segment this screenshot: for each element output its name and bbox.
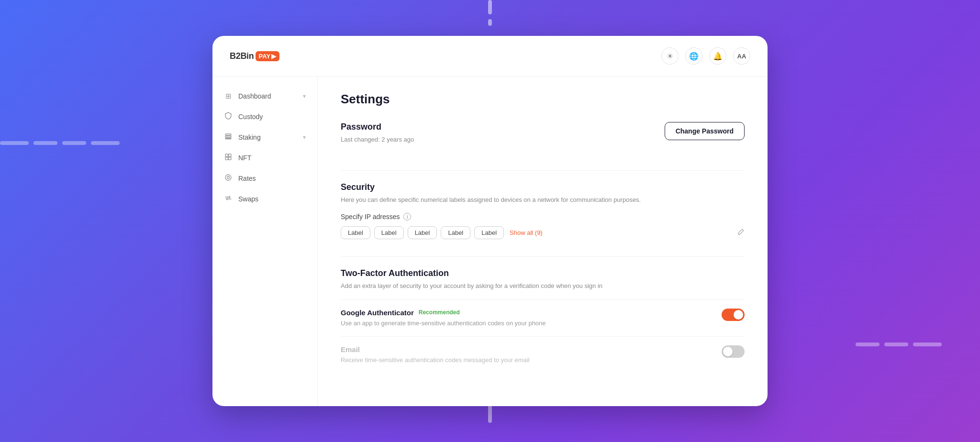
security-description: Here you can define specific numerical l… (341, 195, 745, 205)
sidebar-item-custody[interactable]: Custody (212, 106, 317, 127)
twofa-recommended-badge: Recommended (419, 309, 460, 316)
deco-dash-1 (0, 141, 29, 145)
deco-dash-4 (91, 141, 120, 145)
deco-dash-3 (62, 141, 86, 145)
show-all-link[interactable]: Show all (9) (510, 229, 543, 236)
divider-1 (341, 170, 745, 171)
twofa-google-item: Google Authenticator Recommended Use an … (341, 299, 745, 337)
card-header: B2Bin PAY ▶ ☀ 🌐 🔔 AA (212, 36, 768, 77)
avatar-initials: AA (737, 53, 746, 60)
svg-point-7 (225, 175, 231, 180)
twofa-email-row: Email Receive time-sensitive authenticat… (341, 345, 745, 365)
theme-toggle-button[interactable]: ☀ (661, 47, 679, 65)
sidebar-item-nft-left: NFT (224, 153, 251, 162)
sidebar-item-swaps-left: Swaps (224, 194, 258, 203)
svg-rect-5 (225, 157, 228, 160)
svg-point-8 (227, 177, 230, 179)
dashboard-chevron-icon: ▾ (303, 93, 306, 99)
deco-line-bottom (488, 404, 492, 423)
deco-line-top2 (488, 19, 492, 26)
twofa-email-item: Email Receive time-sensitive authenticat… (341, 336, 745, 374)
twofa-google-info: Google Authenticator Recommended Use an … (341, 309, 546, 328)
svg-rect-1 (225, 136, 231, 138)
avatar-button[interactable]: AA (733, 47, 750, 65)
logo-pay-badge: PAY ▶ (256, 51, 280, 61)
password-title: Password (341, 122, 414, 132)
security-title: Security (341, 182, 745, 192)
sidebar-item-dashboard[interactable]: ⊞ Dashboard ▾ (212, 86, 317, 106)
twofa-email-toggle[interactable] (722, 345, 745, 358)
twofa-email-info: Email Receive time-sensitive authenticat… (341, 345, 530, 365)
sidebar-item-rates-left: Rates (224, 174, 256, 183)
password-info: Password Last changed: 2 years ago (341, 122, 414, 153)
sidebar-item-nft[interactable]: NFT (212, 147, 317, 168)
main-card: B2Bin PAY ▶ ☀ 🌐 🔔 AA (212, 36, 768, 406)
ip-label-row: Specify IP adresses i (341, 213, 745, 221)
edit-ip-button[interactable] (737, 228, 745, 238)
sidebar-item-dashboard-left: ⊞ Dashboard (224, 92, 271, 100)
twofa-email-name: Email (341, 345, 360, 354)
twofa-google-row: Google Authenticator Recommended Use an … (341, 309, 745, 328)
custody-icon (224, 112, 233, 121)
ip-tags-row: Label Label Label Label Label Show all (… (341, 226, 745, 239)
rates-icon (224, 174, 233, 183)
logo-pay-arrow: ▶ (271, 53, 276, 60)
change-password-button[interactable]: Change Password (665, 122, 745, 140)
sidebar-staking-label: Staking (238, 133, 261, 141)
sidebar: ⊞ Dashboard ▾ Custody (212, 77, 318, 406)
staking-icon (224, 133, 233, 142)
sidebar-item-staking-left: Staking (224, 133, 261, 142)
logo-pay-text: PAY (259, 53, 271, 60)
header-icons: ☀ 🌐 🔔 AA (661, 47, 750, 65)
twofa-google-desc: Use an app to generate time-sensitive au… (341, 319, 546, 328)
twofa-google-toggle-wrapper (722, 309, 745, 321)
deco-dash-5 (913, 343, 942, 346)
svg-rect-0 (225, 134, 231, 135)
twofa-google-name: Google Authenticator (341, 309, 414, 317)
logo-text: B2Bin (230, 51, 254, 61)
sidebar-item-staking[interactable]: Staking ▾ (212, 127, 317, 147)
twofa-title: Two-Factor Authentication (341, 268, 745, 278)
sidebar-dashboard-label: Dashboard (238, 92, 271, 100)
svg-rect-4 (229, 154, 232, 157)
twofa-email-title-row: Email (341, 345, 530, 354)
ip-tag-2: Label (374, 226, 404, 239)
password-section: Password Last changed: 2 years ago Chang… (341, 122, 745, 153)
twofa-google-title-row: Google Authenticator Recommended (341, 309, 546, 317)
sidebar-item-custody-left: Custody (224, 112, 263, 121)
sidebar-nft-label: NFT (238, 154, 251, 162)
ip-tag-4: Label (441, 226, 470, 239)
staking-chevron-icon: ▾ (303, 134, 306, 141)
deco-dash-2 (33, 141, 57, 145)
main-content: Settings Password Last changed: 2 years … (318, 77, 768, 406)
notifications-button[interactable]: 🔔 (709, 47, 726, 65)
password-last-changed: Last changed: 2 years ago (341, 135, 414, 144)
sidebar-rates-label: Rates (238, 175, 256, 182)
security-section: Security Here you can define specific nu… (341, 182, 745, 240)
swaps-icon (224, 194, 233, 203)
language-button[interactable]: 🌐 (685, 47, 702, 65)
twofa-email-desc: Receive time-sensitive authentication co… (341, 355, 530, 365)
logo: B2Bin PAY ▶ (230, 51, 279, 61)
globe-icon: 🌐 (689, 52, 699, 61)
twofa-google-toggle[interactable] (722, 309, 745, 321)
sidebar-custody-label: Custody (238, 113, 263, 121)
sidebar-item-rates[interactable]: Rates (212, 168, 317, 188)
ip-tag-1: Label (341, 226, 370, 239)
ip-info-icon[interactable]: i (403, 213, 411, 221)
card-body: ⊞ Dashboard ▾ Custody (212, 77, 768, 406)
twofa-email-toggle-thumb (723, 347, 733, 356)
divider-2 (341, 256, 745, 257)
svg-rect-6 (229, 157, 232, 160)
twofa-email-toggle-wrapper (722, 345, 745, 358)
twofa-description: Add an extra layer of security to your a… (341, 281, 745, 291)
deco-line-top (488, 0, 492, 14)
page-title: Settings (341, 92, 745, 107)
sidebar-item-swaps[interactable]: Swaps (212, 188, 317, 209)
ip-label-text: Specify IP adresses (341, 213, 400, 221)
password-header-row: Password Last changed: 2 years ago Chang… (341, 122, 745, 153)
ip-tag-3: Label (408, 226, 437, 239)
sidebar-swaps-label: Swaps (238, 195, 258, 203)
theme-icon: ☀ (667, 52, 673, 61)
deco-dash-7 (856, 343, 880, 346)
